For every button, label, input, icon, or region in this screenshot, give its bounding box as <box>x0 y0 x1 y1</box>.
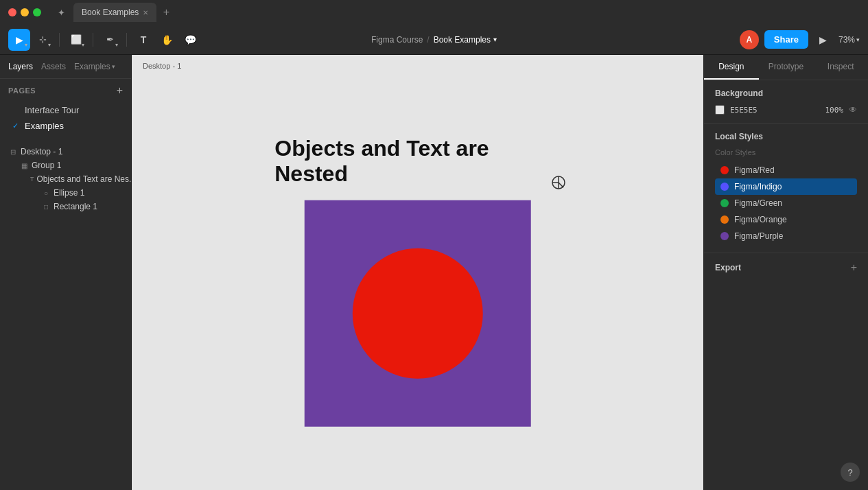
color-dot-orange <box>720 215 729 224</box>
maximize-window-btn[interactable] <box>33 8 41 16</box>
background-title: Background <box>715 89 857 98</box>
export-add-btn[interactable]: + <box>851 261 857 274</box>
tab-layers[interactable]: Layers <box>8 60 33 73</box>
color-styles-label: Color Styles <box>715 148 857 156</box>
pages-title: Pages <box>8 86 36 95</box>
pages-section: Pages + Interface Tour ✓ Examples <box>0 79 131 139</box>
zoom-indicator[interactable]: 73% ▾ <box>838 35 860 45</box>
tab-assets[interactable]: Assets <box>41 60 66 73</box>
layer-group-label: Group 1 <box>32 161 61 170</box>
toolbar-right: A Share ▶ 73% ▾ <box>740 30 860 49</box>
color-dot-purple <box>720 232 729 240</box>
present-icon: ▶ <box>819 34 827 45</box>
panel-tab-inspect[interactable]: Inspect <box>813 55 868 80</box>
page-item-examples[interactable]: ✓ Examples <box>8 118 123 134</box>
pen-chevron-icon: ▾ <box>115 42 118 48</box>
select-icon: ▶ <box>16 34 23 45</box>
layer-ellipse[interactable]: ○ Ellipse 1 <box>0 186 131 200</box>
panel-tab-design[interactable]: Design <box>704 55 759 80</box>
tab-title: Book Examples <box>82 8 139 17</box>
canvas-circle <box>353 248 483 379</box>
scale-icon: ⊹ <box>39 34 47 45</box>
canvas-content: Objects and Text are Nested <box>274 136 561 427</box>
layer-ellipse-label: Ellipse 1 <box>54 188 84 198</box>
new-tab-btn[interactable]: + <box>159 5 173 19</box>
tool-group-pen: ✒ ▾ <box>99 29 121 51</box>
background-section: Background E5E5E5 100% 👁 <box>704 80 868 124</box>
breadcrumb-parent[interactable]: Figma Course <box>371 35 423 45</box>
text-tool-btn[interactable]: T <box>132 29 154 51</box>
style-label-orange: Figma/Orange <box>734 215 787 224</box>
help-button[interactable]: ? <box>841 463 860 482</box>
left-sidebar: Layers Assets Examples ▾ Pages + Interfa… <box>0 55 132 490</box>
layer-text[interactable]: T Objects and Text are Nes... <box>0 172 131 186</box>
comment-tool-btn[interactable]: 💬 <box>179 29 201 51</box>
style-item-orange[interactable]: Figma/Orange <box>715 211 857 228</box>
scale-chevron-icon: ▾ <box>48 42 51 48</box>
breadcrumb-chevron-icon: ▾ <box>493 36 497 43</box>
page-item-interface-tour[interactable]: Interface Tour <box>8 102 123 118</box>
titlebar: ✦ Book Examples ✕ + <box>0 0 868 25</box>
separator-1 <box>59 33 60 47</box>
canvas-area[interactable]: Desktop - 1 Objects and Text are Nested <box>132 55 703 490</box>
export-section: Export + <box>704 253 868 282</box>
style-item-purple[interactable]: Figma/Purple <box>715 228 857 244</box>
select-chevron-icon: ▾ <box>25 42 27 48</box>
right-panel: Design Prototype Inspect Background E5E5… <box>703 55 868 490</box>
layer-desktop-collapse-icon: ⊟ <box>8 148 18 156</box>
scale-tool-btn[interactable]: ⊹ ▾ <box>32 29 54 51</box>
hand-tool-btn[interactable]: ✋ <box>156 29 178 51</box>
present-btn[interactable]: ▶ <box>814 30 833 49</box>
layer-text-label: Objects and Text are Nes... <box>37 174 132 184</box>
breadcrumb-current[interactable]: Book Examples ▾ <box>434 35 497 45</box>
layer-rectangle[interactable]: □ Rectangle 1 <box>0 200 131 213</box>
pen-icon: ✒ <box>106 34 114 45</box>
add-page-btn[interactable]: + <box>117 84 123 97</box>
bg-opacity-value: 100% <box>825 106 844 115</box>
sidebar-tab-bar: Layers Assets Examples ▾ <box>0 55 131 79</box>
visibility-icon[interactable]: 👁 <box>849 105 857 115</box>
layer-desktop-1[interactable]: ⊟ Desktop - 1 <box>0 145 131 159</box>
select-tool-btn[interactable]: ▶ ▾ <box>8 29 30 51</box>
breadcrumb-separator: / <box>427 35 429 45</box>
style-item-indigo[interactable]: Figma/Indigo <box>715 178 857 195</box>
examples-chevron-icon: ▾ <box>112 63 115 70</box>
zoom-chevron-icon: ▾ <box>856 36 860 43</box>
background-row: E5E5E5 100% 👁 <box>715 105 857 115</box>
breadcrumb: Figma Course / Book Examples ▾ <box>371 35 497 45</box>
layer-group-1[interactable]: ▦ Group 1 <box>0 159 131 172</box>
share-button[interactable]: Share <box>764 30 808 49</box>
canvas-frame[interactable] <box>305 200 531 427</box>
page-check-active: ✓ <box>12 121 21 130</box>
style-label-indigo: Figma/Indigo <box>734 182 782 191</box>
pages-header: Pages + <box>8 84 123 97</box>
tool-group-text: T ✋ 💬 <box>132 29 201 51</box>
layer-rectangle-icon: □ <box>41 203 51 211</box>
minimize-window-btn[interactable] <box>21 8 29 16</box>
panel-tab-prototype[interactable]: Prototype <box>759 55 814 80</box>
bg-color-swatch[interactable] <box>715 105 725 115</box>
style-item-red[interactable]: Figma/Red <box>715 162 857 178</box>
tab-examples[interactable]: Examples ▾ <box>74 60 115 73</box>
breadcrumb-current-label: Book Examples <box>434 35 491 45</box>
text-icon: T <box>141 34 147 45</box>
tab-close-btn[interactable]: ✕ <box>143 9 148 16</box>
active-tab[interactable]: Book Examples ✕ <box>73 3 156 22</box>
figma-icon: ✦ <box>58 8 65 18</box>
export-title: Export <box>715 263 741 272</box>
style-item-green[interactable]: Figma/Green <box>715 195 857 211</box>
zoom-level-label: 73% <box>838 35 855 45</box>
pen-tool-btn[interactable]: ✒ ▾ <box>99 29 121 51</box>
layer-desktop-label: Desktop - 1 <box>21 147 62 156</box>
color-dot-green <box>720 199 729 207</box>
layer-group-icon: ▦ <box>19 162 29 170</box>
page-label-examples: Examples <box>25 121 64 131</box>
canvas-frame-label: Desktop - 1 <box>143 62 181 70</box>
close-window-btn[interactable] <box>8 8 16 16</box>
frame-tool-btn[interactable]: ⬜ ▾ <box>65 29 87 51</box>
bg-hex-value: E5E5E5 <box>730 106 820 115</box>
style-label-purple: Figma/Purple <box>734 231 783 241</box>
tab-bar: ✦ Book Examples ✕ + <box>58 3 860 22</box>
separator-3 <box>126 33 127 47</box>
layer-text-icon: T <box>30 176 34 183</box>
